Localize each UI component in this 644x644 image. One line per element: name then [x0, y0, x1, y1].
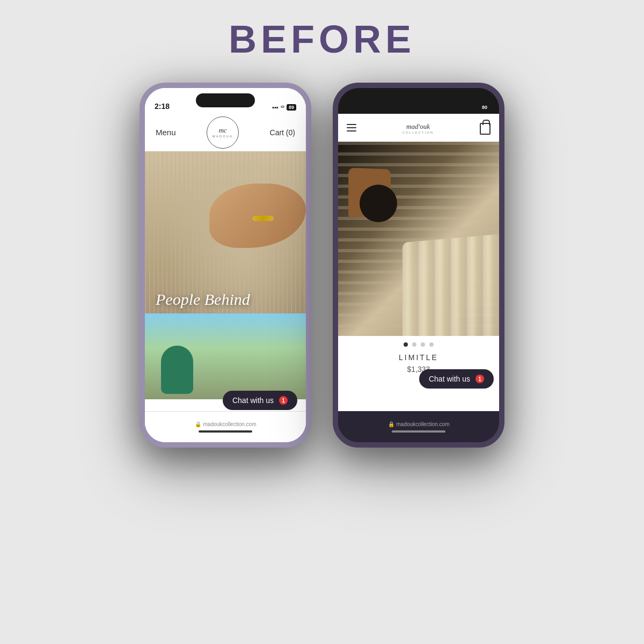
chat-label-1: Chat with us [232, 396, 274, 405]
status-icons-2: ▪▪▪ 5G 80 [462, 104, 489, 111]
home-indicator-2 [392, 430, 445, 433]
lock-icon-2: 🔒 [388, 421, 394, 427]
logo2-sub: COLLECTION [402, 131, 434, 134]
logo-sub: MADOUK [213, 135, 233, 138]
url-bar-1: 🔒 madoukcollection.com [195, 421, 257, 427]
bottom-bar-2: 🔒 madoukcollection.com [338, 411, 499, 442]
battery-badge-1: 89 [287, 104, 296, 111]
logo-circle[interactable]: mc MADOUK [207, 116, 239, 149]
page-title: BEFORE [229, 17, 415, 61]
url-text-1: madoukcollection.com [203, 421, 257, 427]
hamburger-line-2 [347, 127, 356, 128]
phone-2: 2:01 ▪▪▪ 5G 80 mad'ouk COLLECTION [333, 83, 504, 448]
dot-4[interactable] [429, 342, 434, 347]
dots-row [404, 342, 434, 347]
hamburger-icon[interactable] [347, 124, 356, 131]
dynamic-island-2 [389, 93, 448, 107]
phone2-content: mad'ouk COLLECTION LIM [338, 88, 499, 442]
signal-icon-2: ▪▪▪ [462, 104, 468, 111]
chat-label-2: Chat with us [429, 375, 470, 383]
phone-1: 2:18 ▪▪▪ ⌔ 89 Menu mc MADOUK Cart (0) [140, 83, 311, 448]
phone1-header: Menu mc MADOUK Cart (0) [145, 114, 306, 151]
bracelet [252, 216, 274, 221]
hamburger-line-1 [347, 124, 356, 125]
status-time-2: 2:01 [348, 102, 363, 111]
url-bar-2: 🔒 madoukcollection.com [388, 421, 450, 427]
wifi-icon: ⌔ [281, 104, 284, 111]
battery-badge-2: 80 [480, 104, 489, 111]
bottom-bar-1: 🔒 madoukcollection.com [145, 411, 306, 442]
menu-label[interactable]: Menu [156, 128, 176, 137]
phone1-content: Menu mc MADOUK Cart (0) People Behind th… [145, 88, 306, 442]
signal-icon: ▪▪▪ [272, 104, 279, 111]
scene-figure [161, 346, 193, 394]
dot-2[interactable] [412, 342, 416, 347]
dynamic-island-1 [196, 93, 255, 107]
chat-button-2[interactable]: Chat with us 1 [419, 369, 494, 389]
dot-3[interactable] [421, 342, 425, 347]
phones-container: 2:18 ▪▪▪ ⌔ 89 Menu mc MADOUK Cart (0) [140, 83, 504, 448]
logo-initials: mc [218, 127, 226, 134]
table-shape [360, 185, 397, 222]
home-indicator-1 [199, 430, 252, 433]
cart-label[interactable]: Cart (0) [270, 128, 295, 137]
url-text-2: madoukcollection.com [397, 421, 450, 427]
bag-icon[interactable] [480, 123, 491, 135]
status-icons-1: ▪▪▪ ⌔ 89 [272, 104, 296, 111]
chat-badge-2: 1 [475, 375, 484, 383]
status-time-1: 2:18 [155, 102, 170, 111]
phone2-header: mad'ouk COLLECTION [338, 114, 499, 142]
chat-button-1[interactable]: Chat with us 1 [223, 391, 297, 410]
hamburger-line-3 [347, 130, 356, 131]
lock-icon: 🔒 [195, 421, 201, 427]
logo2-text: mad'ouk [406, 122, 430, 130]
dot-1[interactable] [404, 342, 408, 347]
network-label-2: 5G [470, 104, 478, 111]
product-name: LIMITLE [399, 353, 438, 362]
scene-bottom [145, 313, 306, 399]
chat-badge-1: 1 [279, 396, 288, 405]
logo2: mad'ouk COLLECTION [402, 121, 434, 134]
